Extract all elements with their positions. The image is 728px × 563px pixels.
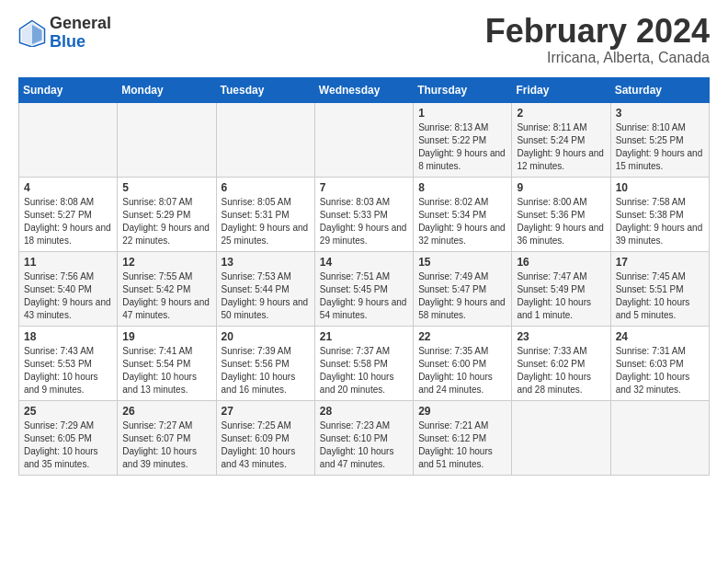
calendar-cell: 17Sunrise: 7:45 AMSunset: 5:51 PMDayligh… (610, 252, 709, 327)
day-number: 11 (24, 256, 112, 269)
day-number: 5 (122, 181, 210, 194)
day-info: Sunrise: 8:13 AMSunset: 5:22 PMDaylight:… (418, 121, 506, 173)
day-number: 23 (517, 330, 605, 343)
day-info: Sunrise: 7:29 AMSunset: 6:05 PMDaylight:… (24, 419, 112, 471)
weekday-header-saturday: Saturday (610, 78, 709, 103)
day-info: Sunrise: 7:33 AMSunset: 6:02 PMDaylight:… (517, 345, 605, 396)
day-info: Sunrise: 7:31 AMSunset: 6:03 PMDaylight:… (616, 345, 704, 396)
weekday-header-sunday: Sunday (19, 78, 118, 103)
day-number: 9 (517, 181, 605, 194)
day-info: Sunrise: 7:39 AMSunset: 5:56 PMDaylight:… (222, 345, 310, 396)
calendar-cell: 10Sunrise: 7:58 AMSunset: 5:38 PMDayligh… (610, 178, 709, 252)
location-text: Irricana, Alberta, Canada (485, 50, 710, 66)
calendar-cell: 28Sunrise: 7:23 AMSunset: 6:10 PMDayligh… (314, 401, 413, 476)
logo-icon (18, 19, 46, 47)
calendar-cell: 20Sunrise: 7:39 AMSunset: 5:56 PMDayligh… (216, 327, 314, 401)
logo-text: General Blue (50, 15, 111, 52)
weekday-header-thursday: Thursday (414, 78, 512, 103)
day-number: 3 (616, 107, 704, 120)
calendar-cell: 1Sunrise: 8:13 AMSunset: 5:22 PMDaylight… (414, 103, 512, 178)
calendar-cell: 26Sunrise: 7:27 AMSunset: 6:07 PMDayligh… (118, 401, 216, 476)
weekday-header-row: SundayMondayTuesdayWednesdayThursdayFrid… (19, 78, 710, 103)
day-info: Sunrise: 8:08 AMSunset: 5:27 PMDaylight:… (24, 196, 112, 247)
title-block: February 2024 Irricana, Alberta, Canada (485, 15, 710, 66)
day-info: Sunrise: 7:49 AMSunset: 5:47 PMDaylight:… (418, 270, 506, 322)
day-info: Sunrise: 8:02 AMSunset: 5:34 PMDaylight:… (418, 196, 506, 247)
weekday-header-friday: Friday (512, 78, 610, 103)
day-info: Sunrise: 7:55 AMSunset: 5:42 PMDaylight:… (122, 270, 210, 322)
calendar-cell: 29Sunrise: 7:21 AMSunset: 6:12 PMDayligh… (414, 401, 512, 476)
logo-blue-text: Blue (50, 33, 111, 52)
calendar-cell: 16Sunrise: 7:47 AMSunset: 5:49 PMDayligh… (512, 252, 610, 327)
day-info: Sunrise: 7:45 AMSunset: 5:51 PMDaylight:… (616, 270, 704, 322)
day-info: Sunrise: 7:43 AMSunset: 5:53 PMDaylight:… (24, 345, 112, 396)
calendar-cell: 15Sunrise: 7:49 AMSunset: 5:47 PMDayligh… (414, 252, 512, 327)
calendar-cell: 4Sunrise: 8:08 AMSunset: 5:27 PMDaylight… (19, 178, 118, 252)
weekday-header-tuesday: Tuesday (216, 78, 314, 103)
calendar-cell: 3Sunrise: 8:10 AMSunset: 5:25 PMDaylight… (610, 103, 709, 178)
day-number: 27 (222, 405, 310, 418)
day-number: 16 (517, 256, 605, 269)
day-number: 14 (320, 256, 408, 269)
calendar-cell: 7Sunrise: 8:03 AMSunset: 5:33 PMDaylight… (314, 178, 413, 252)
day-number: 22 (418, 330, 506, 343)
day-number: 15 (418, 256, 506, 269)
day-number: 8 (418, 181, 506, 194)
calendar-body: 1Sunrise: 8:13 AMSunset: 5:22 PMDaylight… (19, 103, 710, 476)
calendar-cell: 2Sunrise: 8:11 AMSunset: 5:24 PMDaylight… (512, 103, 610, 178)
day-number: 17 (616, 256, 704, 269)
calendar-cell: 24Sunrise: 7:31 AMSunset: 6:03 PMDayligh… (610, 327, 709, 401)
day-number: 25 (24, 405, 112, 418)
day-info: Sunrise: 7:41 AMSunset: 5:54 PMDaylight:… (122, 345, 210, 396)
calendar-cell (314, 103, 413, 178)
day-number: 7 (320, 181, 408, 194)
calendar-cell: 6Sunrise: 8:05 AMSunset: 5:31 PMDaylight… (216, 178, 314, 252)
calendar-week-row: 18Sunrise: 7:43 AMSunset: 5:53 PMDayligh… (19, 327, 710, 401)
day-number: 10 (616, 181, 704, 194)
day-info: Sunrise: 7:25 AMSunset: 6:09 PMDaylight:… (222, 419, 310, 471)
calendar-week-row: 4Sunrise: 8:08 AMSunset: 5:27 PMDaylight… (19, 178, 710, 252)
day-number: 4 (24, 181, 112, 194)
day-info: Sunrise: 7:37 AMSunset: 5:58 PMDaylight:… (320, 345, 408, 396)
weekday-header-monday: Monday (118, 78, 216, 103)
calendar-cell (19, 103, 118, 178)
calendar-cell: 22Sunrise: 7:35 AMSunset: 6:00 PMDayligh… (414, 327, 512, 401)
day-info: Sunrise: 8:00 AMSunset: 5:36 PMDaylight:… (517, 196, 605, 247)
logo: General Blue (18, 15, 111, 52)
day-info: Sunrise: 7:35 AMSunset: 6:00 PMDaylight:… (418, 345, 506, 396)
calendar-cell: 9Sunrise: 8:00 AMSunset: 5:36 PMDaylight… (512, 178, 610, 252)
calendar-cell: 14Sunrise: 7:51 AMSunset: 5:45 PMDayligh… (314, 252, 413, 327)
calendar-cell: 5Sunrise: 8:07 AMSunset: 5:29 PMDaylight… (118, 178, 216, 252)
month-title: February 2024 (485, 15, 710, 48)
page-header: General Blue February 2024 Irricana, Alb… (18, 15, 710, 66)
calendar-cell (118, 103, 216, 178)
day-number: 24 (616, 330, 704, 343)
calendar-cell: 18Sunrise: 7:43 AMSunset: 5:53 PMDayligh… (19, 327, 118, 401)
calendar-cell: 23Sunrise: 7:33 AMSunset: 6:02 PMDayligh… (512, 327, 610, 401)
day-info: Sunrise: 8:05 AMSunset: 5:31 PMDaylight:… (222, 196, 310, 247)
day-info: Sunrise: 7:27 AMSunset: 6:07 PMDaylight:… (122, 419, 210, 471)
day-info: Sunrise: 8:03 AMSunset: 5:33 PMDaylight:… (320, 196, 408, 247)
day-number: 2 (517, 107, 605, 120)
day-info: Sunrise: 7:51 AMSunset: 5:45 PMDaylight:… (320, 270, 408, 322)
day-number: 18 (24, 330, 112, 343)
calendar-cell: 25Sunrise: 7:29 AMSunset: 6:05 PMDayligh… (19, 401, 118, 476)
day-number: 6 (222, 181, 310, 194)
day-info: Sunrise: 7:56 AMSunset: 5:40 PMDaylight:… (24, 270, 112, 322)
day-info: Sunrise: 7:53 AMSunset: 5:44 PMDaylight:… (222, 270, 310, 322)
day-number: 29 (418, 405, 506, 418)
calendar-cell: 21Sunrise: 7:37 AMSunset: 5:58 PMDayligh… (314, 327, 413, 401)
day-info: Sunrise: 7:47 AMSunset: 5:49 PMDaylight:… (517, 270, 605, 322)
day-number: 19 (122, 330, 210, 343)
calendar-cell (512, 401, 610, 476)
day-info: Sunrise: 7:58 AMSunset: 5:38 PMDaylight:… (616, 196, 704, 247)
day-number: 13 (222, 256, 310, 269)
calendar-header: SundayMondayTuesdayWednesdayThursdayFrid… (19, 78, 710, 103)
calendar-cell: 8Sunrise: 8:02 AMSunset: 5:34 PMDaylight… (414, 178, 512, 252)
calendar-week-row: 11Sunrise: 7:56 AMSunset: 5:40 PMDayligh… (19, 252, 710, 327)
day-number: 20 (222, 330, 310, 343)
day-number: 21 (320, 330, 408, 343)
day-info: Sunrise: 7:23 AMSunset: 6:10 PMDaylight:… (320, 419, 408, 471)
calendar-cell: 19Sunrise: 7:41 AMSunset: 5:54 PMDayligh… (118, 327, 216, 401)
logo-general-text: General (50, 15, 111, 33)
